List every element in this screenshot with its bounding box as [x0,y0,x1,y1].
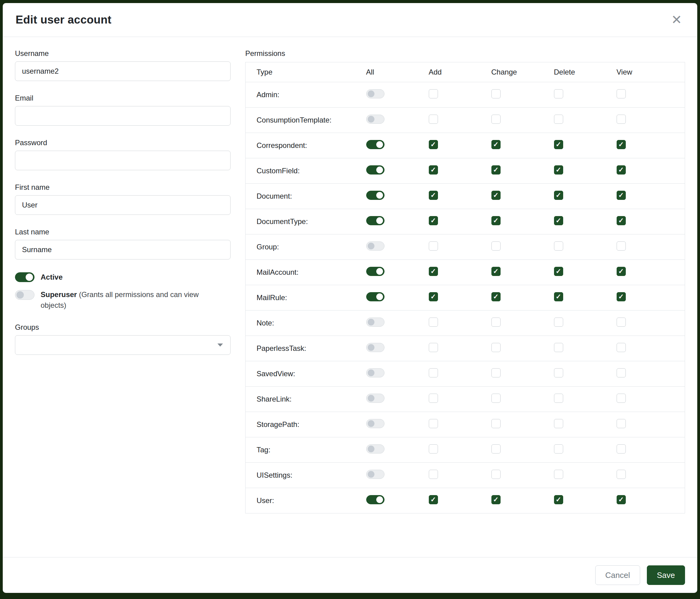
permission-change-checkbox[interactable] [492,393,501,403]
permission-delete-checkbox[interactable] [554,393,563,403]
permission-add-checkbox[interactable] [429,216,438,225]
permission-all-toggle[interactable] [366,445,384,454]
permission-add-checkbox[interactable] [429,165,438,174]
groups-select[interactable] [15,335,231,355]
permission-delete-checkbox[interactable] [554,115,563,124]
password-field[interactable] [15,151,231,170]
permission-all-toggle[interactable] [366,470,384,479]
permission-view-checkbox[interactable] [617,165,626,174]
first-name-field[interactable] [15,195,231,215]
permission-change-checkbox[interactable] [492,165,501,174]
username-field[interactable] [15,62,231,81]
permission-view-checkbox[interactable] [617,445,626,454]
permission-change-checkbox[interactable] [492,140,501,149]
permission-all-toggle[interactable] [366,89,384,98]
permission-delete-checkbox[interactable] [554,191,563,200]
permission-add-checkbox[interactable] [429,267,438,276]
permission-delete-checkbox[interactable] [554,241,563,250]
permission-delete-checkbox[interactable] [554,495,563,504]
permission-view-checkbox[interactable] [617,115,626,124]
permission-all-toggle[interactable] [366,191,384,200]
permission-add-checkbox[interactable] [429,191,438,200]
permission-add-checkbox[interactable] [429,419,438,428]
permission-delete-checkbox[interactable] [554,216,563,225]
permission-add-checkbox[interactable] [429,495,438,504]
cancel-button[interactable]: Cancel [595,566,640,585]
email-field[interactable] [15,106,231,126]
permission-delete-checkbox[interactable] [554,368,563,378]
permission-view-checkbox[interactable] [617,241,626,250]
permission-add-checkbox[interactable] [429,241,438,250]
permission-view-checkbox[interactable] [617,368,626,378]
permission-view-checkbox[interactable] [617,191,626,200]
permission-view-checkbox[interactable] [617,292,626,301]
permission-change-checkbox[interactable] [492,317,501,327]
permission-add-checkbox[interactable] [429,317,438,327]
close-icon[interactable]: ✕ [669,14,684,26]
permission-change-checkbox[interactable] [492,343,501,352]
permission-all-toggle[interactable] [366,419,384,428]
permission-delete-checkbox[interactable] [554,343,563,352]
permission-change-checkbox[interactable] [492,419,501,428]
permission-all-toggle[interactable] [366,140,384,149]
permission-view-checkbox[interactable] [617,140,626,149]
permission-all-toggle[interactable] [366,165,384,174]
permission-change-checkbox[interactable] [492,115,501,124]
permission-add-checkbox[interactable] [429,393,438,403]
permission-cell-add [429,158,492,184]
save-button[interactable]: Save [647,566,685,585]
permission-all-toggle[interactable] [366,292,384,301]
permission-row: Admin: [246,82,685,107]
permission-add-checkbox[interactable] [429,292,438,301]
permission-add-checkbox[interactable] [429,445,438,454]
active-toggle[interactable] [15,272,34,282]
permission-delete-checkbox[interactable] [554,267,563,276]
permission-add-checkbox[interactable] [429,115,438,124]
permission-change-checkbox[interactable] [492,241,501,250]
permission-change-checkbox[interactable] [492,445,501,454]
permission-change-checkbox[interactable] [492,216,501,225]
permission-delete-checkbox[interactable] [554,165,563,174]
permission-view-checkbox[interactable] [617,470,626,479]
permission-all-toggle[interactable] [366,216,384,225]
permission-delete-checkbox[interactable] [554,419,563,428]
permission-change-checkbox[interactable] [492,267,501,276]
permission-all-toggle[interactable] [366,115,384,124]
permission-add-checkbox[interactable] [429,140,438,149]
permission-add-checkbox[interactable] [429,343,438,352]
permission-all-toggle[interactable] [366,267,384,276]
permission-change-checkbox[interactable] [492,89,501,98]
permission-type-label: User: [246,488,366,513]
permission-all-toggle[interactable] [366,343,384,352]
permission-view-checkbox[interactable] [617,495,626,504]
permission-delete-checkbox[interactable] [554,470,563,479]
last-name-field[interactable] [15,240,231,260]
permission-view-checkbox[interactable] [617,419,626,428]
permission-add-checkbox[interactable] [429,89,438,98]
permission-all-toggle[interactable] [366,368,384,378]
permission-change-checkbox[interactable] [492,292,501,301]
permission-change-checkbox[interactable] [492,368,501,378]
permission-delete-checkbox[interactable] [554,317,563,327]
permission-delete-checkbox[interactable] [554,140,563,149]
permission-add-checkbox[interactable] [429,470,438,479]
permission-view-checkbox[interactable] [617,267,626,276]
permission-change-checkbox[interactable] [492,495,501,504]
permission-all-toggle[interactable] [366,241,384,250]
permission-all-toggle[interactable] [366,393,384,403]
permission-view-checkbox[interactable] [617,393,626,403]
permission-change-checkbox[interactable] [492,191,501,200]
permission-change-checkbox[interactable] [492,470,501,479]
permission-view-checkbox[interactable] [617,317,626,327]
permission-all-toggle[interactable] [366,495,384,504]
permission-delete-checkbox[interactable] [554,292,563,301]
permission-delete-checkbox[interactable] [554,89,563,98]
permission-all-toggle[interactable] [366,317,384,327]
permission-view-checkbox[interactable] [617,216,626,225]
superuser-toggle[interactable] [15,290,34,300]
permission-view-checkbox[interactable] [617,343,626,352]
permission-add-checkbox[interactable] [429,368,438,378]
permission-view-checkbox[interactable] [617,89,626,98]
password-label: Password [15,139,231,147]
permission-delete-checkbox[interactable] [554,445,563,454]
